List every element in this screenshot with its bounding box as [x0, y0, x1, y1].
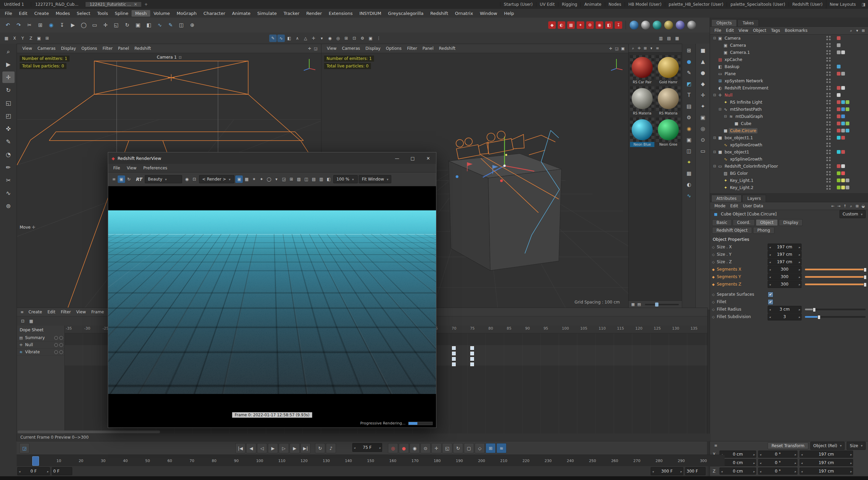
toolbar-icon[interactable]: ✛	[100, 20, 111, 30]
object-tags[interactable]	[834, 86, 849, 90]
object-tag[interactable]	[846, 93, 849, 97]
menu-item[interactable]: Simulate	[254, 10, 280, 17]
renderview-tool-icon[interactable]: ≡	[110, 175, 118, 183]
object-tag[interactable]	[846, 107, 849, 111]
layout-tab[interactable]: Nodes	[605, 2, 625, 7]
object-manager-menu-item[interactable]: Bookmarks	[783, 28, 810, 33]
timeline-scrollbar[interactable]	[18, 431, 160, 433]
strip-icon[interactable]: T	[684, 90, 694, 100]
frame-ruler[interactable]: 0102030405060708090100110120130140150160…	[17, 455, 725, 466]
material-thumbnail[interactable]	[656, 86, 680, 111]
object-tag[interactable]	[841, 179, 845, 182]
close-tab-icon[interactable]: ✕	[134, 2, 137, 7]
visibility-dots[interactable]	[826, 171, 831, 176]
strip-icon[interactable]: ●	[684, 57, 694, 66]
object-tag[interactable]	[837, 114, 841, 118]
toolbar-icon[interactable]: ✎	[165, 20, 176, 30]
material-thumbnail[interactable]	[656, 55, 680, 80]
expand-toggle-icon[interactable]: ⊟	[712, 150, 717, 154]
object-name[interactable]: Redshift Environment	[723, 85, 770, 91]
strip-icon[interactable]: ▦	[684, 169, 694, 178]
expand-toggle-icon[interactable]: ⊟	[712, 164, 717, 168]
tree-item[interactable]: ⊟ ▭ Redshift_ColorInfinityFloor	[710, 163, 868, 170]
object-tag[interactable]	[846, 186, 849, 189]
position-field[interactable]: 0 cm	[719, 459, 756, 466]
spinner-down-icon[interactable]	[760, 460, 761, 465]
object-tag[interactable]	[846, 179, 849, 182]
material-preset-icon[interactable]	[676, 21, 685, 29]
object-tags[interactable]	[834, 100, 849, 104]
spinner-up-icon[interactable]	[798, 259, 800, 264]
spinner-up-icon[interactable]	[798, 314, 800, 319]
tree-item[interactable]: ■ Cube.Circure	[710, 127, 868, 134]
snap-tool-icon[interactable]: ⊞	[342, 35, 350, 42]
spinner-down-icon[interactable]	[801, 469, 803, 474]
attribute-menu-item[interactable]: Edit	[728, 203, 741, 209]
object-name[interactable]: Key_Light.2	[729, 185, 755, 190]
spinner-up-icon[interactable]	[798, 307, 800, 312]
object-name[interactable]: Redshift_ColorInfinityFloor	[723, 164, 779, 169]
expand-toggle-icon[interactable]: ⊟	[712, 36, 717, 40]
snap-tool-icon[interactable]: ▾	[318, 35, 326, 42]
tree-item[interactable]: ⊟ ≋ mtDualGraph	[710, 113, 868, 120]
visibility-dots[interactable]	[826, 121, 831, 126]
transport-button[interactable]: ▶|	[300, 443, 311, 453]
spinner-up-icon[interactable]	[680, 469, 682, 474]
timeline-menu-item[interactable]: Frame	[88, 309, 106, 315]
object-manager-icon[interactable]: ⌕	[848, 27, 854, 34]
redshift-tool-icon[interactable]: ↧	[615, 21, 622, 29]
document-tab[interactable]: 122421_Futuristic ... ✕	[85, 2, 141, 7]
viewport-menu-item[interactable]: Display	[58, 45, 79, 51]
snap-tool-icon[interactable]: △	[302, 35, 309, 42]
tree-item[interactable]: ∿ xpSplineGrowth	[710, 141, 868, 148]
keyframe-diamond-icon[interactable]: ◇	[712, 253, 717, 256]
menu-item[interactable]: Render	[303, 10, 325, 17]
snap-tool-icon[interactable]: ⊡	[351, 35, 358, 42]
object-tags[interactable]	[834, 93, 849, 97]
expand-toggle-icon[interactable]: ⊟	[717, 107, 723, 111]
spinner-up-icon[interactable]	[47, 469, 48, 474]
strip-icon[interactable]: ✎	[684, 68, 694, 78]
toolbar-icon[interactable]: ↷	[14, 20, 24, 30]
tool-palette-icon[interactable]: ✂	[2, 174, 15, 186]
track-toggle[interactable]	[54, 336, 58, 340]
visibility-dots[interactable]	[826, 93, 831, 98]
object-tag[interactable]	[846, 65, 849, 68]
object-tags[interactable]	[834, 58, 849, 61]
spinner-down-icon[interactable]	[801, 452, 803, 457]
layout-tab[interactable]: Redshift (User)	[789, 2, 826, 7]
spinner-up-icon[interactable]	[379, 445, 381, 450]
tool-palette-icon[interactable]: ✏	[2, 162, 15, 173]
object-name[interactable]: Null	[723, 92, 734, 98]
redshift-tool-icon[interactable]: ◆	[548, 21, 556, 29]
spinner-up-icon[interactable]	[798, 245, 800, 249]
zoom-dropdown[interactable]: 100 %	[333, 175, 358, 183]
object-tag[interactable]	[846, 122, 849, 125]
object-name[interactable]: Cube	[739, 121, 753, 126]
viewport-menu-item[interactable]: Filter	[404, 45, 420, 51]
spinner-down-icon[interactable]	[769, 314, 771, 319]
reset-transform-button[interactable]: Reset Transform	[768, 442, 808, 449]
camera-swap-icon[interactable]: ⊡	[179, 56, 181, 59]
visibility-dots[interactable]	[826, 71, 831, 76]
property-value-field[interactable]: 197 cm	[768, 258, 802, 266]
object-tag[interactable]	[846, 136, 849, 140]
tree-item[interactable]: ⊟ ■ box_object1	[710, 148, 868, 155]
tree-item[interactable]: ✦ Key_Light.2	[710, 184, 868, 191]
spinner-down-icon[interactable]	[769, 307, 771, 312]
spinner-down-icon[interactable]	[19, 469, 20, 474]
object-tags[interactable]	[834, 164, 849, 168]
menu-item[interactable]: Tools	[94, 10, 111, 17]
object-tag[interactable]	[837, 36, 841, 40]
tool-palette-icon[interactable]: ∿	[2, 187, 15, 199]
object-tag[interactable]	[841, 93, 845, 97]
tree-item[interactable]: ■ Cube	[710, 120, 868, 127]
object-tag[interactable]	[841, 65, 845, 68]
position-field[interactable]: 0 cm	[719, 451, 756, 458]
strip-icon[interactable]: ◫	[684, 146, 694, 156]
redshift-tool-icon[interactable]: ⚙	[586, 21, 594, 29]
tool-palette-icon[interactable]: ⊚	[2, 200, 15, 212]
object-tag[interactable]	[846, 58, 849, 61]
viewport-corner-icon[interactable]: ◲	[313, 45, 319, 51]
layout-tab[interactable]: palette_Specialtools (User)	[727, 2, 788, 7]
